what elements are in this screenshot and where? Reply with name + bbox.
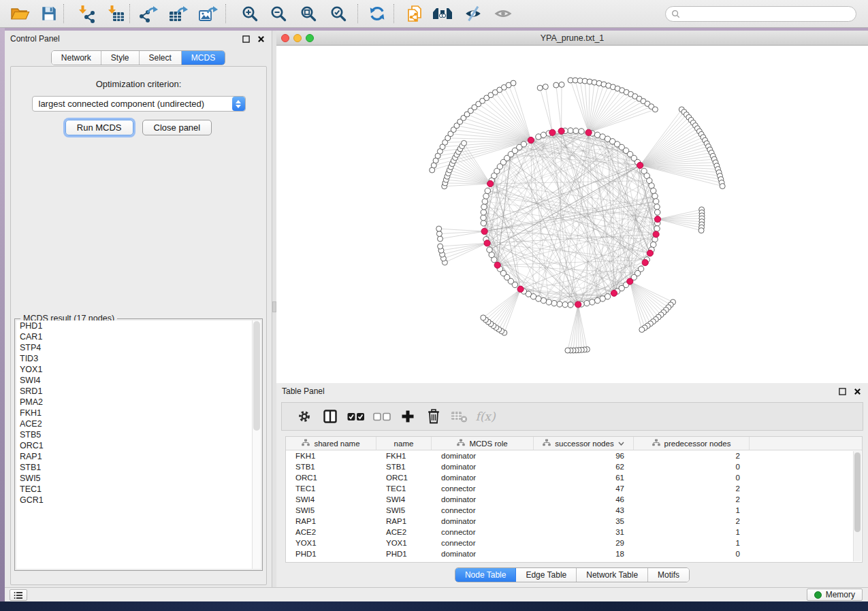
network-node[interactable] — [573, 128, 579, 133]
table-row[interactable]: TEC1TEC1connector472 — [286, 483, 862, 494]
network-node[interactable] — [462, 140, 467, 146]
network-node[interactable] — [654, 226, 660, 231]
table-cell[interactable]: SWI5 — [376, 505, 432, 516]
add-column-button[interactable] — [395, 406, 421, 427]
import-table-button[interactable] — [103, 3, 127, 24]
network-node[interactable] — [438, 244, 443, 249]
table-row[interactable]: ORC1ORC1dominator610 — [286, 472, 862, 483]
network-node[interactable] — [568, 302, 573, 308]
table-cell[interactable]: dominator — [432, 450, 534, 461]
mcds-hub-node[interactable] — [558, 128, 564, 134]
table-cell[interactable]: 35 — [534, 516, 634, 527]
network-node[interactable] — [562, 302, 568, 308]
zoom-fit-content-button[interactable] — [297, 3, 320, 24]
table-row[interactable]: RAP1RAP1dominator352 — [286, 516, 862, 527]
table-cell[interactable]: connector — [432, 527, 534, 538]
float-panel-icon[interactable] — [241, 34, 251, 44]
network-node[interactable] — [698, 228, 704, 233]
table-cell[interactable]: 2 — [634, 516, 750, 527]
network-node[interactable] — [652, 107, 658, 112]
tab-network[interactable]: Network — [52, 51, 101, 65]
network-node[interactable] — [652, 193, 658, 199]
mcds-hub-node[interactable] — [494, 262, 500, 268]
network-node[interactable] — [483, 193, 489, 199]
zoom-out-button[interactable] — [267, 3, 290, 24]
network-node[interactable] — [565, 348, 570, 353]
mcds-hub-node[interactable] — [627, 278, 633, 284]
mcds-hub-node[interactable] — [528, 137, 534, 143]
network-node[interactable] — [551, 301, 557, 306]
mcds-hub-node[interactable] — [647, 250, 653, 257]
criterion-dropdown[interactable]: largest connected component (undirected) — [32, 96, 246, 112]
table-cell[interactable]: dominator — [432, 472, 534, 483]
mcds-result-item[interactable]: STB1 — [16, 462, 261, 473]
table-row[interactable]: SWI5SWI5connector431 — [286, 505, 862, 516]
table-cell[interactable]: 62 — [534, 461, 634, 472]
table-cell[interactable]: 1 — [634, 527, 750, 538]
network-node[interactable] — [594, 298, 600, 303]
table-cell[interactable]: SWI4 — [376, 494, 432, 505]
network-node[interactable] — [511, 80, 516, 86]
mcds-result-item[interactable]: PMA2 — [16, 397, 261, 408]
table-cell[interactable]: PHD1 — [376, 548, 432, 559]
network-node[interactable] — [590, 299, 595, 305]
run-mcds-button[interactable]: Run MCDS — [65, 120, 133, 135]
network-canvas[interactable] — [276, 46, 868, 383]
network-node[interactable] — [568, 128, 573, 133]
mcds-hub-node[interactable] — [642, 259, 648, 265]
table-cell[interactable]: dominator — [432, 461, 534, 472]
table-cell[interactable]: RAP1 — [376, 516, 432, 527]
show-hidden-button[interactable] — [492, 3, 515, 24]
network-node[interactable] — [485, 188, 490, 193]
mcds-result-item[interactable]: STP4 — [16, 342, 261, 353]
network-node[interactable] — [559, 82, 564, 87]
mcds-result-item[interactable]: GCR1 — [16, 495, 261, 506]
select-all-rows-button[interactable] — [343, 406, 369, 427]
network-node[interactable] — [543, 84, 548, 90]
table-cell[interactable]: ORC1 — [376, 472, 432, 483]
table-cell[interactable]: 1 — [634, 505, 750, 516]
table-cell[interactable]: 31 — [534, 527, 634, 538]
mcds-result-item[interactable]: SWI4 — [16, 375, 261, 386]
network-node[interactable] — [482, 199, 487, 204]
memory-button[interactable]: Memory — [807, 589, 863, 601]
table-settings-button[interactable] — [291, 406, 317, 427]
table-cell[interactable]: TEC1 — [286, 483, 376, 494]
mcds-result-item[interactable]: ACE2 — [16, 418, 261, 429]
export-network-button[interactable] — [137, 3, 160, 24]
mcds-hub-node[interactable] — [481, 228, 487, 234]
network-node[interactable] — [481, 204, 487, 210]
network-node[interactable] — [436, 226, 442, 231]
table-cell[interactable]: connector — [432, 483, 534, 494]
delete-columns-button[interactable] — [421, 406, 447, 427]
mcds-result-item[interactable]: ORC1 — [16, 440, 261, 451]
mcds-hub-node[interactable] — [517, 286, 524, 292]
import-network-button[interactable] — [74, 3, 97, 24]
show-panels-button[interactable] — [10, 589, 27, 601]
table-scrollbar[interactable] — [853, 451, 861, 561]
open-session-button[interactable] — [8, 3, 31, 24]
tab-edge-table[interactable]: Edge Table — [516, 568, 577, 582]
table-cell[interactable]: 29 — [534, 538, 634, 548]
zoom-in-button[interactable] — [238, 3, 261, 24]
mcds-result-item[interactable]: YOX1 — [16, 364, 261, 375]
network-node[interactable] — [720, 184, 725, 189]
table-cell[interactable]: STB1 — [376, 461, 432, 472]
table-cell[interactable]: 61 — [534, 472, 634, 483]
network-node[interactable] — [553, 82, 559, 88]
table-cell[interactable]: 46 — [534, 494, 634, 505]
table-cell[interactable]: connector — [432, 538, 534, 548]
refresh-view-button[interactable] — [366, 3, 389, 24]
table-cell[interactable]: 0 — [634, 472, 750, 483]
table-cell[interactable]: FKH1 — [286, 450, 376, 461]
network-node[interactable] — [436, 231, 442, 237]
mcds-result-item[interactable]: STB5 — [16, 429, 261, 440]
mcds-hub-node[interactable] — [653, 231, 659, 237]
table-cell[interactable]: 2 — [634, 494, 750, 505]
tab-node-table[interactable]: Node Table — [455, 568, 517, 582]
network-node[interactable] — [557, 301, 562, 307]
mcds-result-item[interactable]: TEC1 — [16, 484, 261, 495]
network-search-button[interactable] — [431, 3, 454, 24]
table-row[interactable]: SWI4SWI4dominator462 — [286, 494, 862, 505]
mcds-hub-node[interactable] — [611, 290, 617, 296]
